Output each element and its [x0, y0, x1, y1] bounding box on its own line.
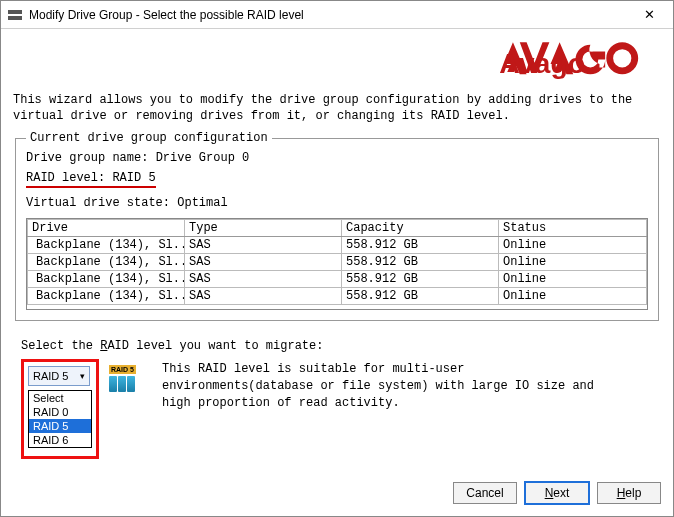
svg-rect-0: [8, 10, 22, 14]
window-title: Modify Drive Group - Select the possible…: [29, 8, 631, 22]
cell-type: SAS: [185, 271, 342, 288]
raid-level-listbox[interactable]: SelectRAID 0RAID 5RAID 6: [28, 390, 92, 448]
combo-value: RAID 5: [33, 370, 68, 382]
brand-logo: Avago: [11, 37, 645, 87]
cell-capacity: 558.912 GB: [342, 288, 499, 305]
table-row[interactable]: Backplane (134), Sl...SAS558.912 GBOnlin…: [28, 254, 647, 271]
table-row[interactable]: Backplane (134), Sl...SAS558.912 GBOnlin…: [28, 288, 647, 305]
listbox-option[interactable]: RAID 0: [29, 405, 91, 419]
raid-level-combo[interactable]: RAID 5 ▾: [28, 366, 90, 386]
cell-status: Online: [499, 271, 647, 288]
cell-type: SAS: [185, 288, 342, 305]
disk-icon: [127, 376, 135, 392]
fieldset-legend: Current drive group configuration: [26, 131, 272, 145]
help-button[interactable]: Help: [597, 482, 661, 504]
table-header-row: Drive Type Capacity Status: [28, 220, 647, 237]
col-drive[interactable]: Drive: [28, 220, 185, 237]
raid-badge: RAID 5: [109, 361, 136, 392]
app-icon: [7, 7, 23, 23]
drive-name: Backplane (134), Sl...: [36, 272, 185, 286]
drive-name: Backplane (134), Sl...: [36, 238, 185, 252]
migrate-label: Select the RAID level you want to migrat…: [21, 339, 663, 353]
col-type[interactable]: Type: [185, 220, 342, 237]
svg-text:Avago: Avago: [499, 47, 585, 79]
disk-icons: [109, 376, 136, 392]
col-status[interactable]: Status: [499, 220, 647, 237]
cell-capacity: 558.912 GB: [342, 254, 499, 271]
drive-table: Drive Type Capacity Status Backplane (13…: [26, 218, 648, 310]
chevron-down-icon: ▾: [75, 371, 89, 381]
cell-type: SAS: [185, 254, 342, 271]
listbox-option[interactable]: RAID 6: [29, 433, 91, 447]
cell-status: Online: [499, 288, 647, 305]
listbox-option[interactable]: Select: [29, 391, 91, 405]
raid-level-label: RAID level:: [26, 171, 105, 185]
drive-name: Backplane (134), Sl...: [36, 255, 185, 269]
wizard-intro: This wizard allows you to modify the dri…: [13, 93, 661, 124]
drive-name: Backplane (134), Sl...: [36, 289, 185, 303]
raid-description: This RAID level is suitable for multi-us…: [162, 361, 602, 411]
listbox-option[interactable]: RAID 5: [29, 419, 91, 433]
raid-badge-label: RAID 5: [109, 365, 136, 374]
svg-rect-1: [8, 16, 22, 20]
vd-state-label: Virtual drive state:: [26, 196, 170, 210]
cell-status: Online: [499, 237, 647, 254]
cancel-button[interactable]: Cancel: [453, 482, 517, 504]
table-row[interactable]: Backplane (134), Sl...SAS558.912 GBOnlin…: [28, 271, 647, 288]
group-name-label: Drive group name:: [26, 151, 148, 165]
cell-capacity: 558.912 GB: [342, 271, 499, 288]
next-button[interactable]: Next: [525, 482, 589, 504]
titlebar: Modify Drive Group - Select the possible…: [1, 1, 673, 29]
disk-icon: [109, 376, 117, 392]
table-row[interactable]: Backplane (134), Sl...SAS558.912 GBOnlin…: [28, 237, 647, 254]
cell-type: SAS: [185, 237, 342, 254]
cell-capacity: 558.912 GB: [342, 237, 499, 254]
vd-state-value: Optimal: [177, 196, 227, 210]
current-config-group: Current drive group configuration Drive …: [15, 138, 659, 321]
group-name-value: Drive Group 0: [156, 151, 250, 165]
close-button[interactable]: ✕: [631, 1, 667, 28]
raid-level-value: RAID 5: [112, 171, 155, 185]
col-capacity[interactable]: Capacity: [342, 220, 499, 237]
cell-status: Online: [499, 254, 647, 271]
disk-icon: [118, 376, 126, 392]
raid-select-highlight: RAID 5 ▾ SelectRAID 0RAID 5RAID 6: [21, 359, 99, 459]
